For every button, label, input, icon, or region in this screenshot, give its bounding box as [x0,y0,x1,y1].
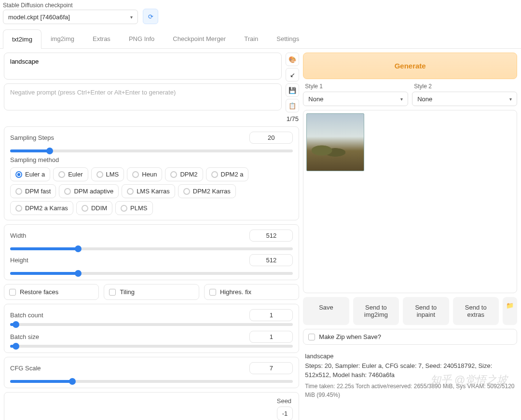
apply-style-button[interactable]: ↙ [286,68,299,81]
sampling-method-dpm2-a[interactable]: DPM2 a [206,167,249,181]
sampling-method-lms-karras[interactable]: LMS Karras [122,184,175,198]
seed-label: Seed [277,397,293,405]
style2-select[interactable]: None▾ [412,92,517,106]
sampling-method-dpm2-a-karras[interactable]: DPM2 a Karras [10,201,73,215]
sampling-steps-slider[interactable] [10,149,293,152]
checkpoint-value: model.ckpt [7460a6fa] [8,14,70,21]
tab-checkpoint-merger[interactable]: Checkpoint Merger [164,29,235,48]
radio-icon [15,188,22,195]
checkbox-icon [209,289,216,296]
radio-icon [58,171,65,178]
sampling-method-dpm-fast[interactable]: DPM fast [10,184,56,198]
radio-icon [183,188,190,195]
send-img2img-button[interactable]: Send to img2img [353,297,399,325]
generate-button[interactable]: Generate [303,53,517,79]
tab-train[interactable]: Train [235,29,267,48]
tab-img2img[interactable]: img2img [41,29,83,48]
prompt-input[interactable] [4,53,282,80]
style-palette-button[interactable]: 🎨 [286,53,299,66]
tab-settings[interactable]: Settings [267,29,308,48]
batch-size-value[interactable]: 1 [249,331,293,343]
batch-size-slider[interactable] [10,345,293,348]
radio-icon [15,171,22,178]
save-button[interactable]: Save [303,297,349,325]
style2-label: Style 2 [412,83,517,90]
make-zip-check[interactable]: Make Zip when Save? [303,329,517,345]
paste-button[interactable]: 📋 [286,99,299,112]
cfg-value[interactable]: 7 [249,362,293,374]
output-gallery[interactable] [303,110,517,293]
checkbox-icon [308,334,315,340]
sampling-method-heun[interactable]: Heun [127,167,162,181]
open-folder-button[interactable]: 📁 [503,297,517,325]
send-inpaint-button[interactable]: Send to inpaint [403,297,449,325]
cfg-label: CFG Scale [10,365,245,372]
send-extras-button[interactable]: Send to extras [453,297,499,325]
radio-icon [127,188,134,195]
width-slider[interactable] [10,247,293,250]
height-value[interactable]: 512 [249,254,293,266]
folder-icon: 📁 [506,302,514,309]
checkbox-icon [109,289,116,296]
width-label: Width [10,232,245,239]
checkbox-icon [9,289,16,296]
sampling-method-dpm-adaptive[interactable]: DPM adaptive [59,184,119,198]
refresh-icon: ⟳ [148,13,153,20]
chevron-down-icon: ▾ [400,96,403,102]
radio-icon [15,205,22,212]
tab-extras[interactable]: Extras [83,29,120,48]
token-count: 1/75 [287,115,299,122]
palette-icon: 🎨 [288,56,296,63]
batch-count-slider[interactable] [10,323,293,326]
radio-icon [211,171,218,178]
batch-count-label: Batch count [10,312,245,319]
height-slider[interactable] [10,272,293,275]
radio-icon [121,205,127,212]
radio-icon [96,171,103,178]
cfg-slider[interactable] [10,380,293,383]
info-prompt: landscape [305,352,515,361]
radio-icon [64,188,71,195]
batch-size-label: Batch size [10,333,245,340]
output-image[interactable] [306,113,364,171]
clipboard-icon: 📋 [288,102,296,109]
save-style-button[interactable]: 💾 [286,83,299,97]
checkpoint-select[interactable]: model.ckpt [7460a6fa] ▾ [3,10,138,24]
radio-icon [82,205,88,212]
tab-png-info[interactable]: PNG Info [120,29,164,48]
sampling-method-label: Sampling method [10,156,293,163]
style1-select[interactable]: None▾ [303,92,408,106]
width-value[interactable]: 512 [249,230,293,242]
radio-icon [170,171,177,178]
tab-txt2img[interactable]: txt2img [3,29,41,49]
seed-input[interactable]: -1 [277,406,293,420]
reload-checkpoint-button[interactable]: ⟳ [143,9,158,24]
style1-label: Style 1 [303,83,408,90]
batch-count-value[interactable]: 1 [249,309,293,321]
restore-faces-check[interactable]: Restore faces [4,284,99,300]
sampling-method-euler[interactable]: Euler [53,167,88,181]
sampling-method-dpm2-karras[interactable]: DPM2 Karras [178,184,236,198]
chevron-down-icon: ▾ [509,96,512,102]
sampling-steps-label: Sampling Steps [10,134,245,141]
chevron-down-icon: ▾ [130,14,133,20]
sampling-method-dpm2[interactable]: DPM2 [165,167,203,181]
info-time: Time taken: 22.25s Torch active/reserved… [305,382,515,399]
negative-prompt-input[interactable] [4,83,282,110]
highres-fix-check[interactable]: Highres. fix [204,284,299,300]
sampling-method-euler-a[interactable]: Euler a [10,167,50,181]
radio-icon [132,171,139,178]
tiling-check[interactable]: Tiling [104,284,199,300]
height-label: Height [10,257,245,264]
sampling-method-lms[interactable]: LMS [91,167,124,181]
sampling-method-ddim[interactable]: DDIM [76,201,112,215]
save-icon: 💾 [288,87,296,94]
info-params: Steps: 20, Sampler: Euler a, CFG scale: … [305,361,515,380]
sampling-steps-value[interactable]: 20 [249,132,293,144]
checkpoint-label: Stable Diffusion checkpoint [3,2,138,9]
sampling-method-plms[interactable]: PLMS [115,201,152,215]
arrow-icon: ↙ [290,71,295,79]
